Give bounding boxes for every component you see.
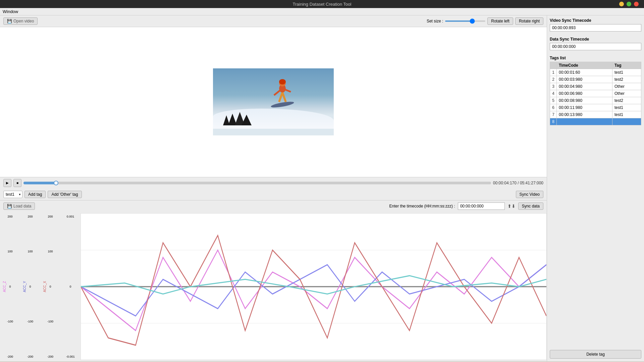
tags-table: TimeCode Tag 100:00:01:60test1200:00:03:… <box>550 62 641 125</box>
data-sync-input[interactable] <box>550 43 641 50</box>
tag-select-wrapper: test1 test2 Other ▼ <box>3 191 22 198</box>
chart-svg <box>80 213 547 360</box>
table-row[interactable]: 300:00:04:980Other <box>550 83 641 90</box>
table-row[interactable]: 700:00:13:980test1 <box>550 111 641 118</box>
playback-controls: ▶ ■ 00:00:04:170 / 05:41:27:000 <box>0 177 547 189</box>
row-timecode: 00:00:01:60 <box>557 69 612 76</box>
accx-n200: -200 <box>47 355 53 358</box>
tag-select[interactable]: test1 test2 Other <box>3 191 22 198</box>
add-other-tag-button[interactable]: Add 'Other' tag <box>48 191 82 198</box>
sync-video-button[interactable]: Sync Video <box>516 191 544 198</box>
minimize-button[interactable] <box>619 2 624 6</box>
row-tag <box>612 118 641 125</box>
timecode-prompt-label: Enter the timecode (HH:mm:ss:zzz) : <box>389 204 455 208</box>
title-bar: Training Dataset Creation Tool <box>0 0 644 8</box>
progress-fill <box>23 182 56 184</box>
window-controls <box>619 2 639 6</box>
accx-label: ACC_X <box>43 281 47 292</box>
stop-button[interactable]: ■ <box>13 179 21 187</box>
timecode-spinner[interactable]: ⬆⬇ <box>507 203 516 209</box>
load-data-button[interactable]: 💾 Load data <box>3 202 35 210</box>
set-size-label: Set size : <box>427 19 443 23</box>
menu-item-window[interactable]: Window <box>3 9 18 14</box>
rotate-left-button[interactable]: Rotate left <box>487 17 513 25</box>
chart-svg-wrapper <box>80 213 547 360</box>
right-panel: Video Sync Timecode Data Sync Timecode T… <box>547 15 644 361</box>
open-video-button[interactable]: 💾 Open video <box>3 17 38 25</box>
row-number: 2 <box>550 76 557 83</box>
timecode-header: TimeCode <box>557 62 612 69</box>
row-timecode: 00:00:11:980 <box>557 104 612 111</box>
progress-bar[interactable] <box>23 182 491 184</box>
table-row[interactable]: 100:00:01:60test1 <box>550 69 641 76</box>
accy-100: 100 <box>28 250 33 253</box>
tags-list-label: Tags list <box>550 56 641 60</box>
toolbar-right: Set size : Rotate left Rotate right <box>427 17 543 25</box>
accz-200: 200 <box>7 215 12 218</box>
video-sync-input[interactable] <box>550 24 641 32</box>
play-button[interactable]: ▶ <box>3 179 11 187</box>
row-number: 7 <box>550 111 557 118</box>
table-row[interactable]: 400:00:06:980Other <box>550 90 641 97</box>
row-number: 8 <box>550 118 557 125</box>
accy-n100: -100 <box>27 320 33 323</box>
data-panel: 💾 Load data Enter the timecode (HH:mm:ss… <box>0 200 547 212</box>
svg-marker-11 <box>241 115 252 125</box>
table-row[interactable]: 600:00:11:980test1 <box>550 104 641 111</box>
accx-200: 200 <box>48 215 53 218</box>
small-001: 0.001 <box>67 215 74 218</box>
accy-n200: -200 <box>27 355 33 358</box>
row-timecode: 00:00:08:980 <box>557 97 612 104</box>
svg-point-2 <box>279 79 286 84</box>
close-button[interactable] <box>634 2 639 6</box>
row-num-header <box>550 62 557 69</box>
y-axis-accz: ACC_Z 200 100 0 -100 -200 <box>0 213 20 360</box>
timecode-input[interactable] <box>458 202 505 210</box>
table-row[interactable]: 500:00:08:980test2 <box>550 97 641 104</box>
progress-handle[interactable] <box>54 181 58 185</box>
snowboarder-figure <box>267 78 298 119</box>
tree-silhouette <box>216 109 257 125</box>
y-axis-small: 0.001 0 -0.001 <box>60 213 80 360</box>
delete-tag-button[interactable]: Delete tag <box>550 350 641 359</box>
accz-label: ACC_Z <box>3 281 6 292</box>
row-tag: test1 <box>612 69 641 76</box>
chart-area: ACC_Z 200 100 0 -100 -200 ACC_Y 200 100 … <box>0 212 547 362</box>
table-row[interactable]: 200:00:03:980test2 <box>550 76 641 83</box>
accx-0: 0 <box>49 285 51 288</box>
accy-label: ACC_Y <box>23 281 26 292</box>
y-axis-accy: ACC_Y 200 100 0 -100 -200 <box>20 213 40 360</box>
accx-100: 100 <box>48 250 53 253</box>
small-n001: -0.001 <box>66 355 75 358</box>
row-number: 4 <box>550 90 557 97</box>
y-axis-accx: ACC_X 200 100 0 -100 -200 <box>40 213 60 360</box>
row-tag: Other <box>612 83 641 90</box>
row-number: 3 <box>550 83 557 90</box>
small-0: 0 <box>69 285 71 288</box>
row-tag: test2 <box>612 76 641 83</box>
maximize-button[interactable] <box>627 2 631 6</box>
row-number: 5 <box>550 97 557 104</box>
tags-spacer <box>550 125 641 350</box>
accz-n100: -100 <box>7 320 13 323</box>
tags-tbody: 100:00:01:60test1200:00:03:980test2300:0… <box>550 69 641 125</box>
row-tag: test1 <box>612 111 641 118</box>
row-tag: test1 <box>612 104 641 111</box>
video-area <box>0 27 547 177</box>
row-timecode: 00:00:13:980 <box>557 111 612 118</box>
rotate-right-button[interactable]: Rotate right <box>515 17 543 25</box>
accz-0: 0 <box>9 285 11 288</box>
tag-header: Tag <box>612 62 641 69</box>
table-row[interactable]: 8 <box>550 118 641 125</box>
row-tag: Other <box>612 90 641 97</box>
row-timecode: 00:00:04:980 <box>557 83 612 90</box>
sync-data-button[interactable]: Sync data <box>518 202 543 210</box>
add-tag-button[interactable]: Add tag <box>24 191 46 198</box>
svg-point-7 <box>270 101 294 109</box>
row-timecode: 00:00:06:980 <box>557 90 612 97</box>
row-number: 6 <box>550 104 557 111</box>
accx-n100: -100 <box>47 320 53 323</box>
size-slider[interactable] <box>445 20 485 22</box>
video-thumbnail <box>213 68 334 135</box>
row-timecode: 00:00:03:980 <box>557 76 612 83</box>
